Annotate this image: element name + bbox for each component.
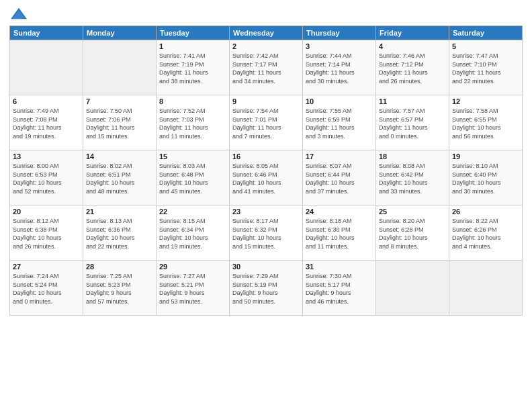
day-number: 20: [13, 208, 80, 216]
weekday-header: Sunday: [10, 26, 83, 40]
day-number: 8: [159, 97, 226, 105]
day-detail: Sunrise: 7:30 AM Sunset: 5:17 PM Dayligh…: [306, 272, 373, 306]
day-detail: Sunrise: 8:03 AM Sunset: 6:48 PM Dayligh…: [159, 162, 226, 195]
day-number: 3: [306, 42, 373, 50]
day-number: 10: [306, 97, 373, 105]
day-number: 13: [13, 152, 80, 161]
calendar-cell: 11Sunrise: 7:57 AM Sunset: 6:57 PM Dayli…: [376, 95, 449, 150]
calendar-cell: 16Sunrise: 8:05 AM Sunset: 6:46 PM Dayli…: [230, 150, 303, 205]
calendar-cell: 15Sunrise: 8:03 AM Sunset: 6:48 PM Dayli…: [157, 150, 230, 205]
day-number: 26: [452, 208, 519, 216]
day-detail: Sunrise: 7:57 AM Sunset: 6:57 PM Dayligh…: [379, 107, 446, 140]
calendar-cell: 22Sunrise: 8:15 AM Sunset: 6:34 PM Dayli…: [157, 205, 230, 261]
day-number: 15: [159, 152, 226, 161]
calendar-cell: 10Sunrise: 7:55 AM Sunset: 6:59 PM Dayli…: [303, 95, 376, 150]
day-number: 5: [452, 42, 519, 50]
calendar-cell: 31Sunrise: 7:30 AM Sunset: 5:17 PM Dayli…: [303, 261, 376, 316]
page: SundayMondayTuesdayWednesdayThursdayFrid…: [0, 0, 532, 411]
calendar-table: SundayMondayTuesdayWednesdayThursdayFrid…: [9, 26, 523, 316]
calendar-cell: 18Sunrise: 8:08 AM Sunset: 6:42 PM Dayli…: [376, 150, 449, 205]
calendar-cell: [83, 40, 157, 95]
day-number: 9: [232, 97, 300, 105]
calendar-cell: 7Sunrise: 7:50 AM Sunset: 7:06 PM Daylig…: [83, 95, 157, 150]
day-number: 31: [306, 263, 373, 271]
calendar-cell: 14Sunrise: 8:02 AM Sunset: 6:51 PM Dayli…: [83, 150, 157, 205]
logo: [9, 7, 31, 21]
day-number: 24: [306, 208, 373, 216]
calendar-week-row: 27Sunrise: 7:24 AM Sunset: 5:24 PM Dayli…: [10, 261, 523, 316]
calendar-cell: [376, 261, 449, 316]
day-detail: Sunrise: 8:15 AM Sunset: 6:34 PM Dayligh…: [159, 217, 226, 250]
calendar-cell: 4Sunrise: 7:46 AM Sunset: 7:12 PM Daylig…: [376, 40, 449, 95]
day-detail: Sunrise: 7:50 AM Sunset: 7:06 PM Dayligh…: [86, 107, 153, 140]
calendar-cell: 1Sunrise: 7:41 AM Sunset: 7:19 PM Daylig…: [157, 40, 230, 95]
calendar-cell: 13Sunrise: 8:00 AM Sunset: 6:53 PM Dayli…: [10, 150, 83, 205]
day-detail: Sunrise: 8:22 AM Sunset: 6:26 PM Dayligh…: [452, 217, 519, 250]
day-number: 11: [379, 97, 446, 105]
day-detail: Sunrise: 7:49 AM Sunset: 7:08 PM Dayligh…: [13, 107, 80, 140]
day-number: 14: [86, 152, 153, 161]
day-number: 28: [86, 263, 153, 271]
calendar-cell: 23Sunrise: 8:17 AM Sunset: 6:32 PM Dayli…: [230, 205, 303, 261]
day-number: 18: [379, 152, 446, 161]
day-number: 17: [306, 152, 373, 161]
day-number: 7: [86, 97, 153, 105]
day-number: 21: [86, 208, 153, 216]
day-number: 19: [452, 152, 519, 161]
day-number: 4: [379, 42, 446, 50]
day-detail: Sunrise: 8:12 AM Sunset: 6:38 PM Dayligh…: [13, 217, 80, 250]
day-number: 27: [13, 263, 80, 271]
calendar-week-row: 20Sunrise: 8:12 AM Sunset: 6:38 PM Dayli…: [10, 205, 523, 261]
weekday-header: Tuesday: [157, 26, 230, 40]
header: [9, 7, 523, 21]
calendar-cell: 29Sunrise: 7:27 AM Sunset: 5:21 PM Dayli…: [157, 261, 230, 316]
calendar-cell: 21Sunrise: 8:13 AM Sunset: 6:36 PM Dayli…: [83, 205, 157, 261]
calendar-cell: 17Sunrise: 8:07 AM Sunset: 6:44 PM Dayli…: [303, 150, 376, 205]
day-number: 12: [452, 97, 519, 105]
calendar-cell: [449, 261, 523, 316]
calendar-cell: 12Sunrise: 7:58 AM Sunset: 6:55 PM Dayli…: [449, 95, 523, 150]
calendar-cell: 9Sunrise: 7:54 AM Sunset: 7:01 PM Daylig…: [230, 95, 303, 150]
day-number: 30: [232, 263, 300, 271]
day-detail: Sunrise: 7:58 AM Sunset: 6:55 PM Dayligh…: [452, 107, 519, 140]
weekday-header: Monday: [83, 26, 157, 40]
day-detail: Sunrise: 7:54 AM Sunset: 7:01 PM Dayligh…: [232, 107, 300, 140]
calendar-cell: 19Sunrise: 8:10 AM Sunset: 6:40 PM Dayli…: [449, 150, 523, 205]
day-detail: Sunrise: 8:13 AM Sunset: 6:36 PM Dayligh…: [86, 217, 153, 250]
day-detail: Sunrise: 8:05 AM Sunset: 6:46 PM Dayligh…: [232, 162, 300, 195]
day-detail: Sunrise: 8:17 AM Sunset: 6:32 PM Dayligh…: [232, 217, 300, 250]
day-detail: Sunrise: 7:47 AM Sunset: 7:10 PM Dayligh…: [452, 52, 519, 85]
calendar-week-row: 6Sunrise: 7:49 AM Sunset: 7:08 PM Daylig…: [10, 95, 523, 150]
day-detail: Sunrise: 7:55 AM Sunset: 6:59 PM Dayligh…: [306, 107, 373, 140]
day-number: 25: [379, 208, 446, 216]
day-detail: Sunrise: 8:18 AM Sunset: 6:30 PM Dayligh…: [306, 217, 373, 250]
day-detail: Sunrise: 7:25 AM Sunset: 5:23 PM Dayligh…: [86, 272, 153, 306]
day-number: 23: [232, 208, 300, 216]
weekday-header: Saturday: [449, 26, 523, 40]
calendar-cell: 3Sunrise: 7:44 AM Sunset: 7:14 PM Daylig…: [303, 40, 376, 95]
calendar-cell: 30Sunrise: 7:29 AM Sunset: 5:19 PM Dayli…: [230, 261, 303, 316]
day-detail: Sunrise: 8:20 AM Sunset: 6:28 PM Dayligh…: [379, 217, 446, 250]
day-number: 29: [159, 263, 226, 271]
calendar-header-row: SundayMondayTuesdayWednesdayThursdayFrid…: [10, 26, 523, 40]
day-detail: Sunrise: 7:27 AM Sunset: 5:21 PM Dayligh…: [159, 272, 226, 306]
calendar-cell: 28Sunrise: 7:25 AM Sunset: 5:23 PM Dayli…: [83, 261, 157, 316]
calendar-cell: 27Sunrise: 7:24 AM Sunset: 5:24 PM Dayli…: [10, 261, 83, 316]
day-detail: Sunrise: 8:10 AM Sunset: 6:40 PM Dayligh…: [452, 162, 519, 195]
calendar-week-row: 1Sunrise: 7:41 AM Sunset: 7:19 PM Daylig…: [10, 40, 523, 95]
day-detail: Sunrise: 7:24 AM Sunset: 5:24 PM Dayligh…: [13, 272, 80, 306]
day-detail: Sunrise: 8:07 AM Sunset: 6:44 PM Dayligh…: [306, 162, 373, 195]
calendar-cell: 6Sunrise: 7:49 AM Sunset: 7:08 PM Daylig…: [10, 95, 83, 150]
day-detail: Sunrise: 7:42 AM Sunset: 7:17 PM Dayligh…: [232, 52, 300, 85]
calendar-cell: 20Sunrise: 8:12 AM Sunset: 6:38 PM Dayli…: [10, 205, 83, 261]
day-number: 22: [159, 208, 226, 216]
calendar-cell: 5Sunrise: 7:47 AM Sunset: 7:10 PM Daylig…: [449, 40, 523, 95]
day-number: 6: [13, 97, 80, 105]
weekday-header: Wednesday: [230, 26, 303, 40]
day-detail: Sunrise: 7:52 AM Sunset: 7:03 PM Dayligh…: [159, 107, 226, 140]
calendar-week-row: 13Sunrise: 8:00 AM Sunset: 6:53 PM Dayli…: [10, 150, 523, 205]
day-detail: Sunrise: 8:08 AM Sunset: 6:42 PM Dayligh…: [379, 162, 446, 195]
day-detail: Sunrise: 8:00 AM Sunset: 6:53 PM Dayligh…: [13, 162, 80, 195]
day-detail: Sunrise: 7:44 AM Sunset: 7:14 PM Dayligh…: [306, 52, 373, 85]
logo-icon: [9, 7, 28, 21]
